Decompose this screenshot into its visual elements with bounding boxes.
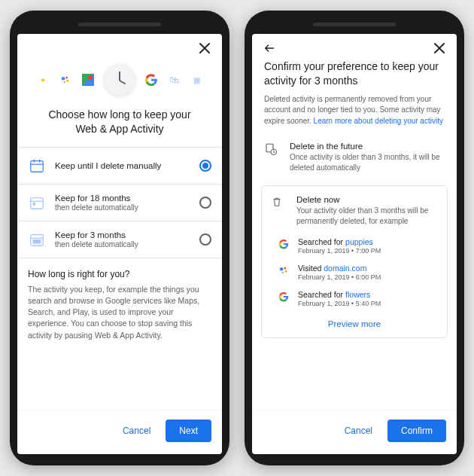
phone-right: Confirm your preference to keep your act… xyxy=(245,11,464,465)
now-desc: Your activity older than 3 months will b… xyxy=(296,206,438,227)
option-sub: then delete automatically xyxy=(55,240,199,249)
page-title: Confirm your preference to keep your act… xyxy=(252,60,457,93)
example-item: Visited domain.com February 1, 2019 • 6:… xyxy=(262,259,447,285)
screen-choose-duration: ✦ 🛍 ▦ Choose how long to keep your Web &… xyxy=(17,34,222,454)
svg-point-3 xyxy=(64,81,65,83)
next-button[interactable]: Next xyxy=(166,420,211,442)
close-icon[interactable] xyxy=(433,41,446,55)
example-prefix: Searched for xyxy=(298,290,345,299)
google-g-icon xyxy=(277,290,290,304)
maps-icon xyxy=(81,73,95,87)
example-term[interactable]: puppies xyxy=(345,237,373,246)
grid-icon: ▦ xyxy=(190,73,203,87)
option-label: Keep until I delete manually xyxy=(55,161,199,170)
svg-point-17 xyxy=(284,267,286,270)
option-3-months[interactable]: Keep for 3 months then delete automatica… xyxy=(17,221,222,258)
google-g-icon xyxy=(144,73,158,87)
back-icon[interactable] xyxy=(263,41,276,55)
trash-icon xyxy=(271,195,287,227)
learn-more-link[interactable]: Learn more about deleting your activity xyxy=(314,117,443,125)
assistant-icon xyxy=(59,73,72,87)
info-section: How long is right for you? The activity … xyxy=(17,258,222,349)
example-item: Searched for flowers February 1, 2019 • … xyxy=(262,285,447,312)
example-term[interactable]: flowers xyxy=(345,290,370,299)
info-body: The activity you keep, for example the t… xyxy=(28,284,211,341)
delete-now-section: Delete now Your activity older than 3 mo… xyxy=(262,186,447,233)
svg-point-16 xyxy=(280,267,284,271)
info-title: How long is right for you? xyxy=(28,269,211,279)
phone-speaker xyxy=(313,23,396,26)
schedule-delete-icon xyxy=(264,142,281,173)
footer-actions: Cancel Confirm xyxy=(252,410,457,454)
example-list: Searched for puppies February 1, 2019 • … xyxy=(262,233,447,312)
phone-speaker xyxy=(78,23,161,26)
svg-point-19 xyxy=(282,272,284,273)
sparkle-icon: ✦ xyxy=(36,73,50,87)
example-item: Searched for puppies February 1, 2019 • … xyxy=(262,233,447,259)
option-manual[interactable]: Keep until I delete manually xyxy=(17,148,222,185)
radio-unselected[interactable] xyxy=(199,233,211,246)
delete-now-card: Delete now Your activity older than 3 mo… xyxy=(261,185,448,338)
phone-left: ✦ 🛍 ▦ Choose how long to keep your Web &… xyxy=(10,11,229,465)
preview-more-link[interactable]: Preview more xyxy=(262,312,447,333)
option-sub: then delete automatically xyxy=(55,203,199,212)
shopping-icon: 🛍 xyxy=(167,73,181,87)
example-time: February 1, 2019 • 5:40 PM xyxy=(298,300,438,307)
google-g-icon xyxy=(277,237,290,251)
page-subtitle: Deleted activity is permanently removed … xyxy=(252,93,457,133)
assistant-icon xyxy=(277,264,290,277)
confirm-button[interactable]: Confirm xyxy=(387,420,446,442)
example-prefix: Visited xyxy=(298,264,324,273)
delete-future-section: Delete in the future Once activity is ol… xyxy=(252,133,457,181)
future-title: Delete in the future xyxy=(290,142,445,151)
cancel-button[interactable]: Cancel xyxy=(334,420,383,442)
footer-actions: Cancel Next xyxy=(17,410,222,454)
duration-options: Keep until I delete manually Keep for 18… xyxy=(17,147,222,258)
cancel-button[interactable]: Cancel xyxy=(112,420,161,442)
close-icon[interactable] xyxy=(198,41,211,55)
hero-icon-row: ✦ 🛍 ▦ xyxy=(17,60,222,103)
future-desc: Once activity is older than 3 months, it… xyxy=(290,152,445,173)
svg-point-18 xyxy=(284,270,287,273)
calendar-icon xyxy=(28,157,46,175)
svg-rect-4 xyxy=(31,160,44,172)
svg-point-0 xyxy=(62,77,65,81)
example-prefix: Searched for xyxy=(298,237,345,246)
svg-point-1 xyxy=(65,77,68,79)
radio-selected[interactable] xyxy=(199,160,211,172)
svg-rect-10 xyxy=(33,203,36,206)
screen-confirm: Confirm your preference to keep your act… xyxy=(252,34,457,454)
calendar-icon xyxy=(28,194,46,212)
radio-unselected[interactable] xyxy=(199,197,211,209)
page-title: Choose how long to keep your Web & App A… xyxy=(17,103,222,147)
example-time: February 1, 2019 • 6:00 PM xyxy=(298,273,438,281)
example-time: February 1, 2019 • 7:00 PM xyxy=(298,247,438,255)
now-title: Delete now xyxy=(296,195,438,204)
option-label: Keep for 3 months xyxy=(55,230,199,240)
svg-rect-13 xyxy=(33,240,41,244)
option-label: Keep for 18 months xyxy=(55,194,199,203)
option-18-months[interactable]: Keep for 18 months then delete automatic… xyxy=(17,185,222,221)
clock-icon xyxy=(104,64,135,96)
example-term[interactable]: domain.com xyxy=(324,264,366,273)
calendar-icon xyxy=(28,230,46,249)
svg-point-2 xyxy=(66,80,68,82)
svg-rect-8 xyxy=(31,197,44,209)
